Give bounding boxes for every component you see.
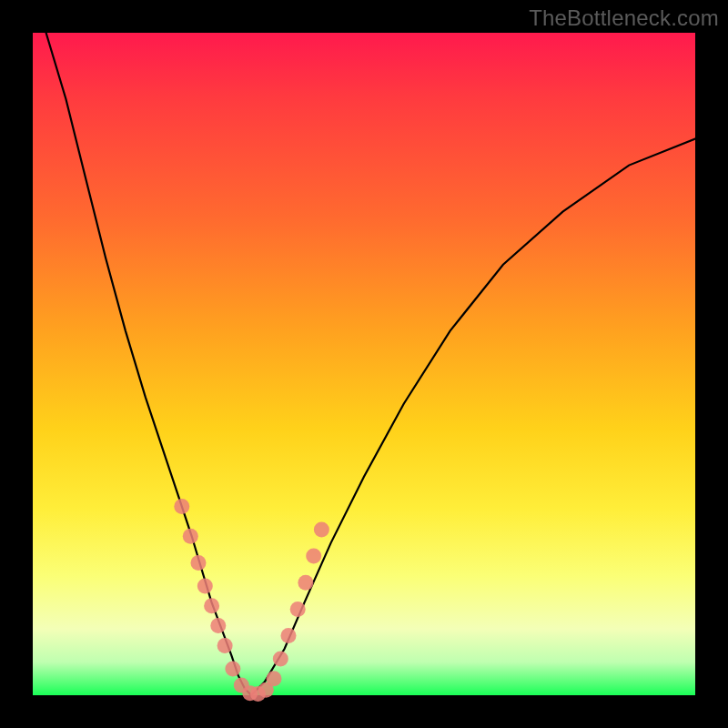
watermark-text: TheBottleneck.com [529, 5, 719, 31]
marker-dot [191, 555, 207, 571]
marker-dot [290, 602, 306, 617]
right-curve [251, 139, 695, 696]
marker-dot [183, 529, 198, 544]
marker-dot [174, 499, 189, 514]
marker-dot [210, 618, 226, 633]
marker-dot [217, 638, 233, 653]
marker-dot [225, 661, 240, 676]
chart-frame: TheBottleneck.com [0, 0, 728, 728]
marker-dot [204, 598, 219, 613]
marker-dot [197, 578, 213, 593]
chart-svg [33, 33, 695, 695]
marker-dot [273, 652, 288, 667]
chart-plot-area [33, 33, 695, 695]
marker-dot [314, 522, 329, 538]
marker-dot [306, 549, 321, 564]
left-curve [46, 33, 252, 695]
marker-dot [298, 575, 313, 591]
marker-dot [267, 671, 282, 686]
marker-dot [281, 628, 297, 643]
